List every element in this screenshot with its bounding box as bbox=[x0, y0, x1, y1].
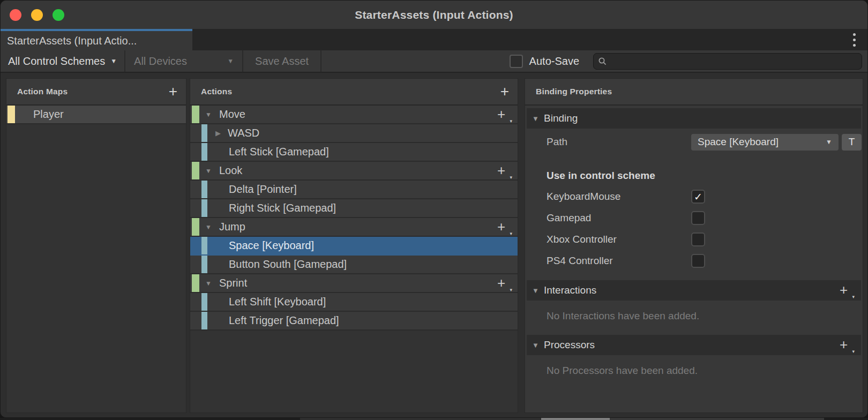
background-window-segment bbox=[541, 418, 610, 420]
devices-dropdown[interactable]: All Devices ▼ bbox=[125, 50, 242, 72]
keyboardmouse-checkbox[interactable]: ✓ bbox=[691, 190, 705, 204]
action-row[interactable]: ▼Move+▾ bbox=[190, 106, 518, 124]
toolbar-divider bbox=[320, 50, 321, 72]
action-maps-list: Player bbox=[6, 106, 186, 124]
binding-row[interactable]: Left Shift [Keyboard] bbox=[190, 293, 518, 312]
action-label: Move bbox=[219, 108, 245, 121]
binding-color-bar bbox=[201, 256, 207, 273]
path-dropdown[interactable]: Space [Keyboard] ▼ bbox=[691, 134, 839, 151]
gamepad-checkbox[interactable] bbox=[691, 211, 705, 225]
action-map-color-bar bbox=[8, 106, 15, 123]
binding-row[interactable]: Right Stick [Gamepad] bbox=[190, 199, 518, 218]
processors-empty-note: No Processors have been added. bbox=[547, 365, 863, 377]
binding-row[interactable]: Button South [Gamepad] bbox=[190, 256, 518, 274]
add-binding-button[interactable]: +▾ bbox=[497, 276, 512, 291]
binding-properties-panel: Binding Properties ▼ Binding Path Space … bbox=[525, 78, 863, 413]
action-maps-title: Action Maps bbox=[17, 87, 169, 96]
action-row[interactable]: ▼Look+▾ bbox=[190, 162, 518, 181]
binding-color-bar bbox=[201, 293, 207, 311]
action-color-bar bbox=[192, 162, 199, 179]
binding-label: Left Stick [Gamepad] bbox=[229, 146, 329, 158]
xbox-controller-checkbox[interactable] bbox=[691, 232, 705, 246]
action-row[interactable]: ▼Sprint+▾ bbox=[190, 274, 518, 293]
add-binding-button[interactable]: +▾ bbox=[497, 163, 512, 178]
auto-save-checkbox[interactable] bbox=[510, 55, 523, 68]
devices-label: All Devices bbox=[134, 55, 187, 68]
control-scheme-heading: Use in control scheme bbox=[547, 170, 863, 182]
binding-section-header[interactable]: ▼ Binding bbox=[527, 108, 861, 129]
action-color-bar bbox=[192, 274, 199, 292]
action-maps-panel: Action Maps + Player bbox=[6, 78, 186, 413]
interactions-section-label: Interactions bbox=[544, 284, 840, 296]
action-color-bar bbox=[192, 106, 199, 123]
actions-panel: Actions + ▼Move+▾▶WASDLeft Stick [Gamepa… bbox=[190, 78, 518, 413]
more-options-button[interactable] bbox=[853, 29, 856, 50]
add-interaction-button[interactable]: +▾ bbox=[840, 283, 855, 298]
tab-bar: StarterAssets (Input Actio... bbox=[1, 29, 867, 50]
binding-color-bar bbox=[201, 143, 207, 161]
ps4-controller-checkbox[interactable] bbox=[691, 254, 705, 268]
processors-section-header[interactable]: ▼ Processors +▾ bbox=[527, 335, 861, 355]
binding-label: Left Trigger [Gamepad] bbox=[229, 314, 339, 327]
window-title: StarterAssets (Input Actions) bbox=[1, 9, 867, 21]
binding-row[interactable]: ▶WASD bbox=[190, 124, 518, 143]
control-scheme-row: Gamepad bbox=[525, 207, 863, 229]
path-label: Path bbox=[547, 136, 691, 148]
binding-row[interactable]: Left Stick [Gamepad] bbox=[190, 143, 518, 162]
chevron-down-icon: ▼ bbox=[826, 138, 832, 146]
path-row: Path Space [Keyboard] ▼ T bbox=[525, 132, 863, 152]
add-action-map-button[interactable]: + bbox=[169, 85, 177, 99]
kebab-dot-icon bbox=[853, 33, 856, 36]
text-path-toggle-button[interactable]: T bbox=[842, 134, 862, 151]
titlebar: StarterAssets (Input Actions) bbox=[1, 1, 867, 29]
binding-label: Left Shift [Keyboard] bbox=[229, 296, 326, 308]
binding-color-bar bbox=[201, 181, 207, 198]
foldout-open-icon[interactable]: ▼ bbox=[203, 280, 214, 287]
background-window-segment bbox=[300, 418, 541, 420]
binding-row[interactable]: Delta [Pointer] bbox=[190, 181, 518, 199]
binding-row[interactable]: Space [Keyboard] bbox=[190, 237, 518, 256]
binding-section-label: Binding bbox=[544, 112, 855, 124]
binding-color-bar bbox=[201, 312, 207, 329]
action-label: Jump bbox=[219, 221, 245, 233]
add-binding-button[interactable]: +▾ bbox=[497, 107, 512, 122]
binding-row[interactable]: Left Trigger [Gamepad] bbox=[190, 312, 518, 331]
binding-color-bar bbox=[201, 237, 207, 254]
add-action-button[interactable]: + bbox=[500, 85, 509, 99]
kebab-dot-icon bbox=[853, 44, 856, 47]
foldout-closed-icon[interactable]: ▶ bbox=[213, 129, 223, 137]
action-map-row[interactable]: Player bbox=[6, 106, 186, 124]
interactions-section-header[interactable]: ▼ Interactions +▾ bbox=[527, 280, 861, 301]
binding-label: Delta [Pointer] bbox=[229, 183, 297, 196]
foldout-open-icon[interactable]: ▼ bbox=[203, 111, 214, 118]
action-maps-header: Action Maps + bbox=[6, 79, 186, 106]
action-row[interactable]: ▼Jump+▾ bbox=[190, 218, 518, 237]
background-window-strip bbox=[0, 418, 868, 420]
save-asset-button[interactable]: Save Asset bbox=[243, 50, 320, 72]
control-scheme-label: Gamepad bbox=[547, 212, 691, 224]
control-schemes-dropdown[interactable]: All Control Schemes ▼ bbox=[1, 50, 124, 72]
foldout-open-icon[interactable]: ▼ bbox=[203, 167, 214, 175]
main-area: Action Maps + Player Actions + ▼Move+▾▶W… bbox=[1, 73, 867, 418]
binding-properties-header: Binding Properties bbox=[525, 79, 863, 106]
search-field[interactable] bbox=[593, 53, 862, 70]
control-scheme-row: PS4 Controller bbox=[525, 250, 863, 272]
chevron-down-icon: ▼ bbox=[110, 57, 117, 65]
search-input[interactable] bbox=[610, 56, 857, 66]
add-binding-button[interactable]: +▾ bbox=[497, 220, 512, 235]
action-label: Sprint bbox=[219, 277, 247, 289]
input-actions-window: StarterAssets (Input Actions) StarterAss… bbox=[0, 0, 868, 418]
binding-color-bar bbox=[201, 124, 207, 142]
tab-starterassets[interactable]: StarterAssets (Input Actio... bbox=[1, 29, 192, 50]
search-icon bbox=[598, 57, 607, 66]
action-color-bar bbox=[192, 218, 199, 236]
tab-label: StarterAssets (Input Actio... bbox=[7, 35, 137, 47]
control-scheme-row: KeyboardMouse✓ bbox=[525, 186, 863, 207]
action-label: Look bbox=[219, 164, 242, 177]
actions-title: Actions bbox=[201, 87, 500, 96]
add-processor-button[interactable]: +▾ bbox=[840, 338, 855, 352]
binding-label: Button South [Gamepad] bbox=[229, 258, 347, 271]
foldout-open-icon[interactable]: ▼ bbox=[203, 223, 214, 231]
save-asset-label: Save Asset bbox=[255, 55, 309, 68]
path-value: Space [Keyboard] bbox=[698, 136, 826, 148]
